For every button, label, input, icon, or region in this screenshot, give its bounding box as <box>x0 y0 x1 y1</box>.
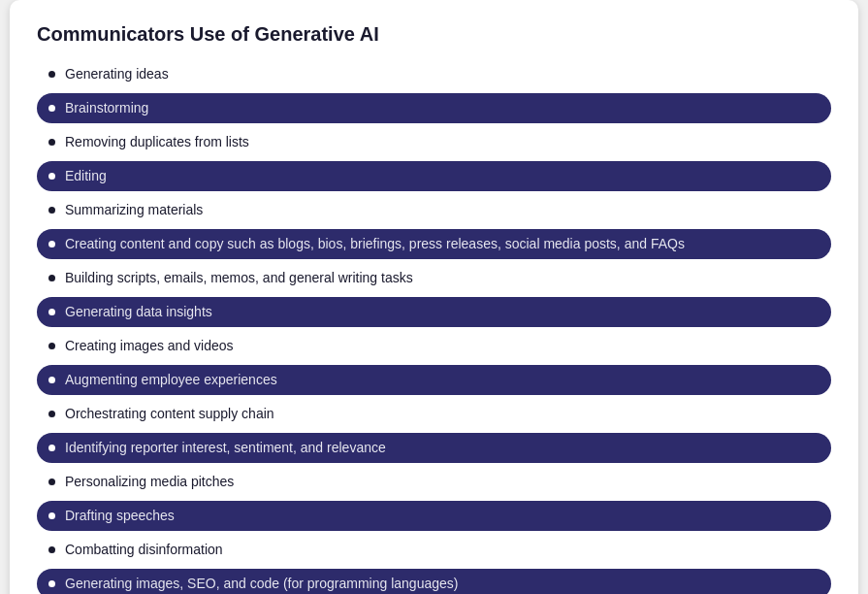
item-text: Creating images and videos <box>65 336 234 356</box>
bullet-icon <box>48 512 55 519</box>
item-text: Editing <box>65 166 107 186</box>
item-text: Identifying reporter interest, sentiment… <box>65 438 386 458</box>
item-text: Brainstorming <box>65 98 148 118</box>
list-container: Generating ideasBrainstormingRemoving du… <box>37 59 831 594</box>
list-item: Drafting speeches <box>37 501 831 531</box>
list-item: Orchestrating content supply chain <box>37 399 831 429</box>
item-text: Generating ideas <box>65 64 169 84</box>
bullet-icon <box>48 377 55 383</box>
bullet-icon <box>48 478 55 485</box>
item-text: Building scripts, emails, memos, and gen… <box>65 268 413 288</box>
list-item: Removing duplicates from lists <box>37 127 831 157</box>
list-item: Creating images and videos <box>37 331 831 361</box>
list-item: Generating images, SEO, and code (for pr… <box>37 569 831 594</box>
bullet-icon <box>48 546 55 553</box>
list-item: Augmenting employee experiences <box>37 365 831 395</box>
list-item: Editing <box>37 161 831 191</box>
item-text: Generating images, SEO, and code (for pr… <box>65 574 458 594</box>
list-item: Generating ideas <box>37 59 831 89</box>
bullet-icon <box>48 173 55 180</box>
list-item: Identifying reporter interest, sentiment… <box>37 433 831 463</box>
list-item: Combatting disinformation <box>37 535 831 565</box>
list-item: Generating data insights <box>37 297 831 327</box>
item-text: Orchestrating content supply chain <box>65 404 274 424</box>
bullet-icon <box>48 275 55 281</box>
list-item: Summarizing materials <box>37 195 831 225</box>
item-text: Combatting disinformation <box>65 540 223 560</box>
bullet-icon <box>48 139 55 146</box>
card-title: Communicators Use of Generative AI <box>37 23 831 46</box>
bullet-icon <box>48 580 55 587</box>
bullet-icon <box>48 71 55 78</box>
item-text: Creating content and copy such as blogs,… <box>65 234 685 254</box>
item-text: Personalizing media pitches <box>65 472 234 492</box>
bullet-icon <box>48 411 55 417</box>
item-text: Removing duplicates from lists <box>65 132 249 152</box>
bullet-icon <box>48 105 55 112</box>
bullet-icon <box>48 343 55 349</box>
item-text: Generating data insights <box>65 302 212 322</box>
bullet-icon <box>48 445 55 451</box>
item-text: Augmenting employee experiences <box>65 370 277 390</box>
bullet-icon <box>48 309 55 315</box>
item-text: Summarizing materials <box>65 200 203 220</box>
list-item: Brainstorming <box>37 93 831 123</box>
list-item: Personalizing media pitches <box>37 467 831 497</box>
card: Communicators Use of Generative AI Gener… <box>10 0 858 594</box>
bullet-icon <box>48 207 55 214</box>
list-item: Building scripts, emails, memos, and gen… <box>37 263 831 293</box>
item-text: Drafting speeches <box>65 506 175 526</box>
bullet-icon <box>48 241 55 248</box>
list-item: Creating content and copy such as blogs,… <box>37 229 831 259</box>
